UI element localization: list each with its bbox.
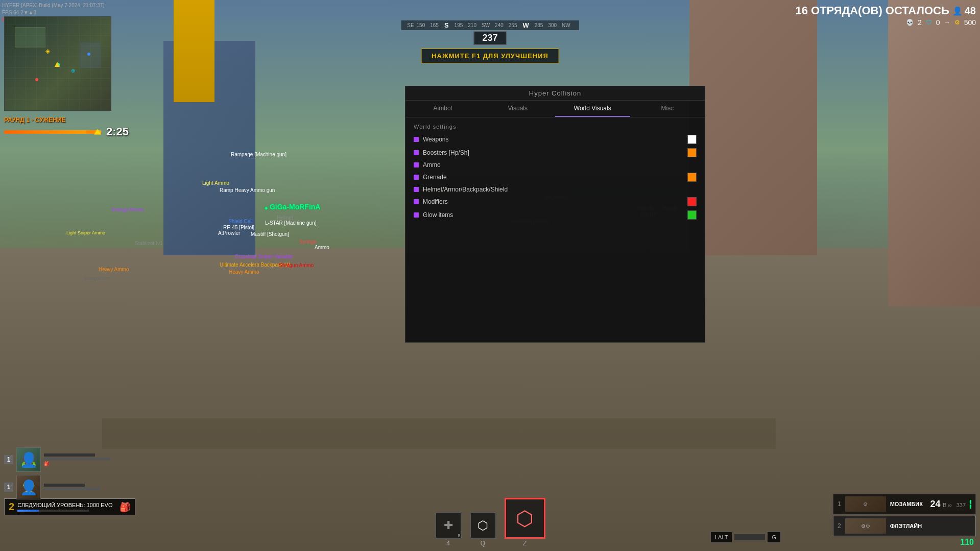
setting-glow-label: Glow items (423, 211, 453, 219)
tab-misc[interactable]: Misc (630, 101, 705, 117)
setting-glow-swatch[interactable] (687, 210, 697, 220)
setting-modifiers-swatch[interactable] (687, 197, 697, 206)
setting-grenade-label: Grenade (423, 174, 447, 181)
setting-modifiers-left: Modifiers (414, 198, 448, 205)
setting-modifiers: Modifiers (414, 197, 697, 206)
setting-helmet: Helmet/Armor/Backpack/Shield (414, 186, 697, 193)
setting-helmet-dot (414, 187, 419, 192)
cheat-menu-panel[interactable]: Hyper Collision Aimbot Visuals World Vis… (405, 86, 705, 343)
tab-world-visuals[interactable]: World Visuals (555, 101, 630, 117)
setting-weapons-swatch[interactable] (687, 135, 697, 144)
setting-grenade-swatch[interactable] (687, 173, 697, 182)
setting-weapons-label: Weapons (423, 136, 448, 143)
setting-grenade-dot (414, 175, 419, 180)
section-title: World settings (414, 124, 697, 130)
setting-boosters-left: Boosters [Hp/Sh] (414, 149, 469, 156)
setting-grenade: Grenade (414, 173, 697, 182)
setting-ammo-dot (414, 162, 419, 167)
cheat-tabs: Aimbot Visuals World Visuals Misc (405, 101, 705, 117)
setting-ammo-left: Ammo (414, 161, 441, 169)
setting-boosters-dot (414, 150, 419, 155)
setting-weapons: Weapons (414, 135, 697, 144)
tab-aimbot[interactable]: Aimbot (405, 101, 481, 117)
setting-boosters-label: Boosters [Hp/Sh] (423, 149, 469, 156)
setting-ammo: Ammo (414, 161, 697, 169)
setting-weapons-dot (414, 137, 419, 142)
setting-boosters: Boosters [Hp/Sh] (414, 148, 697, 157)
setting-glow-dot (414, 212, 419, 218)
setting-weapons-left: Weapons (414, 136, 448, 143)
cheat-content: World settings Weapons Boosters [Hp/Sh] … (405, 117, 705, 230)
setting-helmet-left: Helmet/Armor/Backpack/Shield (414, 186, 508, 193)
tab-visuals[interactable]: Visuals (481, 101, 556, 117)
setting-grenade-left: Grenade (414, 174, 447, 181)
setting-modifiers-label: Modifiers (423, 198, 448, 205)
setting-glow: Glow items (414, 210, 697, 220)
setting-helmet-label: Helmet/Armor/Backpack/Shield (423, 186, 508, 193)
cheat-title: Hyper Collision (529, 89, 581, 97)
cheat-title-bar: Hyper Collision (405, 86, 705, 101)
setting-glow-left: Glow items (414, 211, 453, 219)
setting-boosters-swatch[interactable] (687, 148, 697, 157)
setting-modifiers-dot (414, 199, 419, 204)
setting-ammo-label: Ammo (423, 161, 441, 169)
cheat-panel-empty-space (405, 230, 705, 342)
